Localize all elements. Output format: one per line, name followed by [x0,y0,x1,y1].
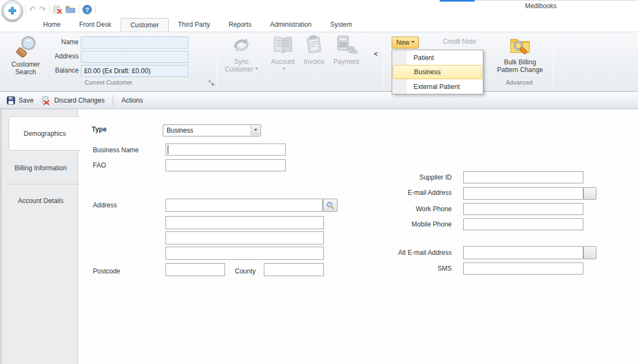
customer-search-label-1: Customer [3,61,48,68]
quick-access-toolbar: ↶ ↷ ? [25,4,96,15]
save-button[interactable]: Save [4,94,36,106]
county-input[interactable] [264,263,324,276]
undo-icon[interactable]: ↶ [29,4,36,14]
new-button[interactable]: New [392,37,419,49]
sync-customer-label-2: Customer [221,65,262,73]
qat-separator [49,5,50,14]
business-name-input[interactable] [166,144,286,156]
current-customer-address-field[interactable] [81,51,188,63]
tab-customer[interactable]: Customer [121,18,169,32]
menu-item-external-patient[interactable]: External Patient [393,80,482,94]
payment-button[interactable]: Payment [329,34,364,65]
current-customer-balance-field[interactable] [81,65,188,77]
qat-separator [25,5,26,14]
discard-changes-button[interactable]: Discard Changes [39,94,107,106]
qat-separator [95,5,96,14]
tab-home[interactable]: Home [34,18,70,32]
payment-icon [335,34,358,56]
customer-search-label-2: Search [3,68,48,76]
address-line2-input[interactable] [166,216,324,229]
email-address-input[interactable] [463,187,583,200]
bulk-billing-pattern-change-button[interactable]: Bulk Billing Pattern Change [490,34,550,74]
sidebar-tab-account-details[interactable]: Account Details [2,184,80,217]
help-icon[interactable]: ? [82,5,92,14]
address-label: Address [93,201,117,209]
new-dropdown-menu: Patient Business External Patient [392,50,483,94]
text-cursor [168,145,168,154]
title-accent-line [440,0,475,2]
bulk-billing-label-1: Bulk Billing [490,58,550,66]
sms-input[interactable] [463,262,583,275]
type-value: Business [167,127,193,134]
alt-email-browse-button[interactable] [583,246,596,259]
sidebar-tab-strip: Demographics Billing Information Account… [0,109,78,364]
sidebar-tab-demographics[interactable]: Demographics [9,116,80,151]
type-combobox[interactable]: Business [163,124,261,136]
dialog-launcher-icon[interactable] [209,80,215,87]
alt-email-address-input[interactable] [463,246,583,259]
fao-label: FAO [93,162,106,169]
postcode-label: Postcode [93,267,120,275]
type-label: Type [92,126,107,133]
redo-icon[interactable]: ↷ [39,4,46,14]
qat-separator [79,5,79,14]
account-button[interactable]: Account [265,34,300,73]
application-menu-button[interactable] [1,0,23,22]
menu-item-business[interactable]: Business [393,65,482,79]
sync-customer-button[interactable]: Sync Customer [221,34,262,73]
current-customer-name-field[interactable] [81,37,188,49]
address-search-button[interactable] [323,199,338,212]
sync-icon [231,34,252,56]
account-book-icon [272,34,294,56]
email-browse-button[interactable] [583,187,596,200]
delete-note-icon[interactable] [53,5,62,14]
application-window: ↶ ↷ ? Medibooks Home Front Desk Customer… [0,0,638,364]
invoice-label: Invoice [299,58,329,65]
address-field-label: Address [48,52,79,60]
alt-email-address-label: Alt E-mail Address [359,249,452,256]
tab-front-desk[interactable]: Front Desk [70,18,121,32]
app-plus-icon [1,0,23,22]
address-line3-input[interactable] [166,231,324,244]
county-label: County [235,267,256,275]
fao-input[interactable] [166,159,286,171]
combo-dropdown-button[interactable] [251,126,260,135]
tab-third-party[interactable]: Third Party [169,18,220,32]
bulk-billing-folder-icon [509,34,531,57]
ribbon: Customer Search Name Address Balance Cur… [0,32,638,92]
sync-customer-label-1: Sync [221,58,262,65]
ribbon-collapse-button[interactable]: < [371,49,381,59]
new-folder-icon[interactable] [66,5,75,14]
menu-item-patient[interactable]: Patient [393,51,482,65]
tab-administration[interactable]: Administration [261,18,321,32]
tab-reports[interactable]: Reports [219,18,261,32]
balance-field-label: Balance [48,67,79,74]
toolbar-separator [113,95,113,106]
postcode-input[interactable] [166,263,225,276]
work-phone-input[interactable] [463,203,583,215]
customer-search-button[interactable]: Customer Search [3,34,48,80]
credit-note-button[interactable]: Credit Note [436,38,483,45]
discard-icon [42,96,51,105]
current-customer-group-label: Current Customer [0,79,217,86]
address-line4-input[interactable] [166,247,324,260]
mobile-phone-input[interactable] [463,218,583,230]
mobile-phone-label: Mobile Phone [359,220,452,228]
invoice-icon [304,34,324,56]
supplier-id-label: Supplier ID [359,174,452,181]
actions-button[interactable]: Actions [119,95,145,106]
chevron-down-icon [254,129,257,133]
save-label: Save [19,97,33,104]
address-line1-input[interactable] [166,199,323,212]
save-icon [7,96,15,105]
tab-system[interactable]: System [321,18,361,32]
work-phone-label: Work Phone [359,205,452,213]
group-separator [383,33,384,88]
sidebar-tab-billing-information[interactable]: Billing Information [2,152,80,184]
supplier-id-input[interactable] [463,171,583,183]
business-name-label: Business Name [93,146,139,154]
form-toolbar: Save Discard Changes Actions [0,92,638,109]
group-separator [553,33,553,88]
customer-search-icon [14,35,38,59]
invoice-button[interactable]: Invoice [299,34,329,65]
